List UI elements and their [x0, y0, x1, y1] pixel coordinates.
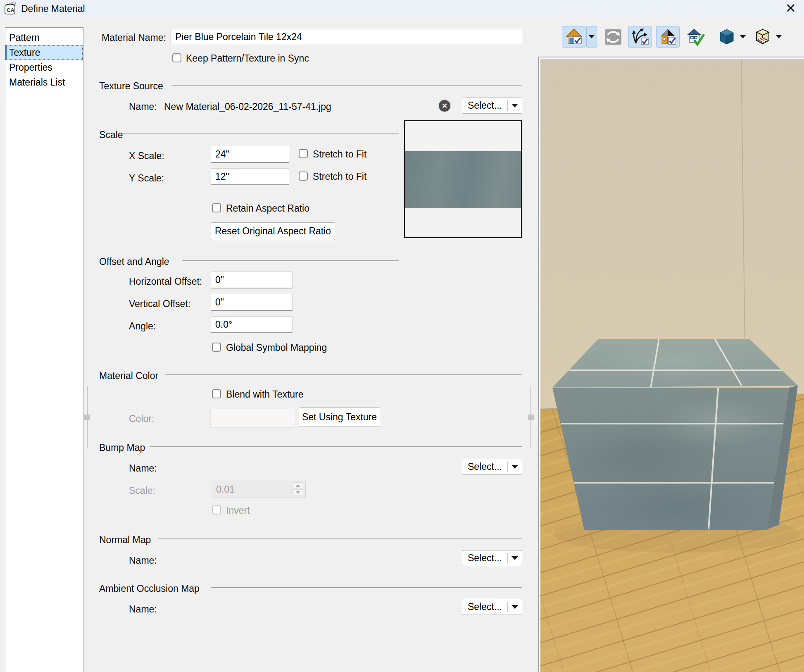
- solid-cube-button[interactable]: [716, 26, 737, 48]
- horizontal-offset-input[interactable]: [211, 272, 293, 288]
- horizontal-offset-label: Horizontal Offset:: [129, 276, 202, 287]
- chevron-down-icon: [511, 104, 518, 107]
- color-label: Color:: [129, 413, 154, 424]
- y-scale-input[interactable]: [211, 168, 289, 185]
- normal-map-divider: [158, 539, 522, 539]
- bump-map-heading: Bump Map: [99, 442, 145, 453]
- color-swatch-field: [210, 409, 294, 428]
- blend-with-texture-checkbox[interactable]: [212, 389, 221, 398]
- keep-pattern-texture-sync-checkbox[interactable]: [172, 53, 181, 62]
- y-stretch-to-fit-label: Stretch to Fit: [313, 171, 366, 182]
- retain-aspect-ratio-checkbox[interactable]: [212, 203, 221, 212]
- bump-map-name-label: Name:: [129, 463, 157, 474]
- solid-cube-dropdown[interactable]: [738, 26, 747, 48]
- bump-scale-value: 0.01: [216, 484, 235, 495]
- chevron-down-icon: [589, 35, 595, 38]
- normal-map-select-dropdown[interactable]: [508, 556, 522, 560]
- texture-thumbnail: [404, 120, 522, 238]
- chevron-down-icon: [511, 556, 518, 560]
- x-scale-input[interactable]: [211, 146, 289, 163]
- rotate-preview-button[interactable]: [603, 26, 623, 48]
- clear-texture-icon[interactable]: ✕: [439, 100, 450, 112]
- house-green-check-button[interactable]: [685, 26, 706, 48]
- chevron-down-icon: [776, 35, 782, 38]
- invert-checkbox: [212, 505, 221, 515]
- y-stretch-to-fit-checkbox[interactable]: [299, 172, 308, 181]
- sidebar-item-texture[interactable]: Texture: [5, 45, 83, 60]
- bump-scale-spinner: 0.01: [211, 481, 306, 498]
- material-3d-preview-viewport[interactable]: [538, 57, 804, 672]
- texture-file-name: New Material_06-02-2026_11-57-41.jpg: [164, 101, 331, 112]
- sidebar-item-pattern[interactable]: Pattern: [5, 30, 83, 45]
- preview-house-check-button[interactable]: [562, 26, 585, 48]
- normal-map-name-label: Name:: [129, 555, 157, 566]
- global-symbol-mapping-label: Global Symbol Mapping: [226, 342, 327, 353]
- material-name-input[interactable]: [171, 29, 522, 45]
- ao-map-divider: [211, 587, 522, 588]
- material-color-heading: Material Color: [99, 370, 158, 381]
- left-pane-splitter[interactable]: [87, 386, 88, 448]
- y-scale-label: Y Scale:: [129, 173, 164, 184]
- define-material-dialog: CA X17 Define Material ✕ Pattern Texture…: [0, 0, 804, 672]
- house-green-check-icon: [686, 27, 705, 46]
- scale-heading: Scale: [99, 129, 123, 141]
- half-house-check-icon: [659, 27, 678, 46]
- keep-pattern-texture-sync-label: Keep Pattern/Texture in Sync: [186, 53, 309, 64]
- window-title: Define Material: [21, 3, 85, 14]
- x-stretch-to-fit-checkbox[interactable]: [299, 149, 308, 158]
- half-house-check-button[interactable]: [656, 26, 680, 48]
- texture-thumbnail-tile-band: [405, 151, 521, 208]
- blend-with-texture-label: Blend with Texture: [226, 389, 304, 400]
- open-cube-floor-button[interactable]: [752, 26, 773, 48]
- bump-scale-label: Scale:: [129, 485, 155, 496]
- normal-map-select-button[interactable]: Select...: [462, 550, 522, 566]
- texture-name-label: Name:: [129, 101, 157, 112]
- set-using-texture-button[interactable]: Set Using Texture: [299, 407, 380, 427]
- preview-house-check-icon: [564, 27, 583, 46]
- rotate-preview-icon: [604, 27, 623, 46]
- sidebar-item-materials-list[interactable]: Materials List: [5, 75, 83, 90]
- chevron-down-icon: [511, 465, 518, 469]
- svg-text:CA: CA: [7, 7, 14, 13]
- ao-map-select-dropdown[interactable]: [508, 605, 522, 609]
- ao-map-name-label: Name:: [129, 604, 157, 615]
- offset-angle-divider: [182, 260, 399, 261]
- texture-select-dropdown[interactable]: [508, 104, 522, 107]
- solid-cube-icon: [717, 27, 736, 46]
- x-stretch-to-fit-label: Stretch to Fit: [313, 149, 366, 160]
- texture-select-label: Select...: [462, 100, 507, 111]
- invert-label: Invert: [226, 505, 250, 516]
- scale-divider: [122, 133, 399, 134]
- texture-source-heading: Texture Source: [99, 81, 163, 92]
- splitter-grip-icon: [528, 415, 534, 420]
- reset-aspect-ratio-button[interactable]: Reset Original Aspect Ratio: [211, 222, 335, 240]
- bump-map-select-dropdown[interactable]: [508, 465, 522, 469]
- texture-select-button[interactable]: Select...: [462, 98, 522, 114]
- close-button[interactable]: ✕: [783, 0, 799, 17]
- angle-input[interactable]: [211, 316, 293, 333]
- spin-down-icon[interactable]: [293, 489, 303, 496]
- sidebar-tab-list: Pattern Texture Properties Materials Lis…: [5, 27, 83, 672]
- preview-tiled-cube: [552, 339, 801, 553]
- splitter-grip-icon: [84, 415, 90, 420]
- preview-scene: [540, 59, 804, 672]
- retain-aspect-ratio-label: Retain Aspect Ratio: [226, 203, 309, 214]
- orbit-arrows-check-icon: [631, 27, 650, 46]
- app-logo-icon: CA X17: [4, 2, 16, 15]
- open-cube-dropdown[interactable]: [774, 26, 783, 48]
- preview-house-dropdown[interactable]: [586, 26, 597, 48]
- vertical-offset-input[interactable]: [211, 294, 293, 311]
- normal-map-heading: Normal Map: [99, 534, 151, 546]
- global-symbol-mapping-checkbox[interactable]: [212, 343, 221, 352]
- ao-map-select-button[interactable]: Select...: [462, 599, 522, 615]
- material-color-divider: [165, 374, 522, 375]
- x-scale-label: X Scale:: [129, 150, 164, 162]
- material-name-label: Material Name:: [102, 32, 166, 43]
- orbit-arrows-check-button[interactable]: [628, 26, 652, 48]
- offset-angle-heading: Offset and Angle: [99, 256, 169, 267]
- bump-map-select-button[interactable]: Select...: [462, 459, 522, 475]
- spin-up-icon[interactable]: [293, 482, 303, 489]
- title-bar: CA X17 Define Material ✕: [0, 0, 804, 17]
- right-pane-splitter[interactable]: [530, 386, 531, 448]
- sidebar-item-properties[interactable]: Properties: [5, 60, 83, 75]
